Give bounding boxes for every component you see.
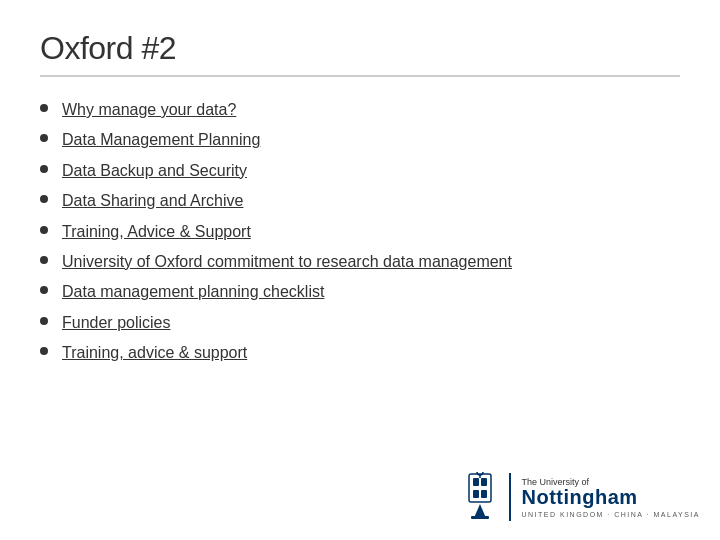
svg-marker-5 — [474, 504, 486, 518]
logo-area: The University of Nottingham UNITED KING… — [461, 472, 700, 522]
bullet-text[interactable]: Funder policies — [62, 312, 171, 334]
logo-name: Nottingham — [521, 487, 637, 507]
bullet-dot-icon — [40, 134, 48, 142]
bullet-dot-icon — [40, 317, 48, 325]
list-item: Data Sharing and Archive — [40, 190, 680, 212]
logo-text: The University of Nottingham UNITED KING… — [521, 477, 700, 518]
title-divider — [40, 75, 680, 77]
bullet-dot-icon — [40, 256, 48, 264]
svg-rect-3 — [473, 490, 479, 498]
list-item: Data management planning checklist — [40, 281, 680, 303]
list-item: Training, advice & support — [40, 342, 680, 364]
logo-university-label: The University of — [521, 477, 589, 487]
university-crest-icon — [461, 472, 499, 522]
bullet-text[interactable]: Training, Advice & Support — [62, 221, 251, 243]
svg-rect-2 — [481, 478, 487, 486]
bullet-dot-icon — [40, 195, 48, 203]
bullet-text[interactable]: Data Sharing and Archive — [62, 190, 243, 212]
bullet-list: Why manage your data?Data Management Pla… — [40, 99, 680, 365]
bullet-text[interactable]: Data Backup and Security — [62, 160, 247, 182]
bullet-dot-icon — [40, 226, 48, 234]
bullet-text[interactable]: Data management planning checklist — [62, 281, 324, 303]
bullet-dot-icon — [40, 286, 48, 294]
svg-rect-4 — [481, 490, 487, 498]
list-item: Funder policies — [40, 312, 680, 334]
bullet-dot-icon — [40, 165, 48, 173]
svg-rect-0 — [469, 474, 491, 502]
svg-rect-1 — [473, 478, 479, 486]
bullet-dot-icon — [40, 104, 48, 112]
list-item: Data Management Planning — [40, 129, 680, 151]
list-item: University of Oxford commitment to resea… — [40, 251, 680, 273]
logo-vertical-divider — [509, 473, 511, 521]
bullet-text[interactable]: Data Management Planning — [62, 129, 260, 151]
logo-tagline: UNITED KINGDOM · CHINA · MALAYSIA — [521, 511, 700, 518]
list-item: Why manage your data? — [40, 99, 680, 121]
bullet-dot-icon — [40, 347, 48, 355]
slide-container: Oxford #2 Why manage your data?Data Mana… — [0, 0, 720, 540]
bullet-text[interactable]: Why manage your data? — [62, 99, 236, 121]
list-item: Data Backup and Security — [40, 160, 680, 182]
list-item: Training, Advice & Support — [40, 221, 680, 243]
bullet-text[interactable]: University of Oxford commitment to resea… — [62, 251, 512, 273]
slide-title: Oxford #2 — [40, 30, 680, 67]
svg-rect-6 — [471, 516, 489, 519]
bullet-text[interactable]: Training, advice & support — [62, 342, 247, 364]
